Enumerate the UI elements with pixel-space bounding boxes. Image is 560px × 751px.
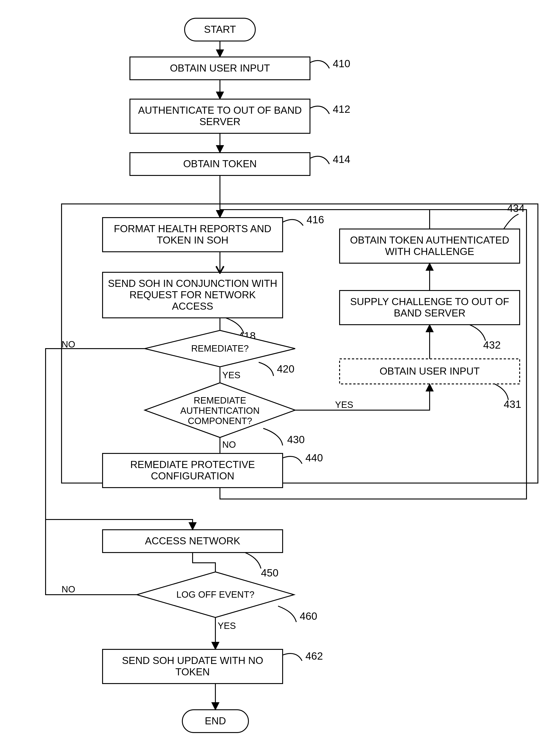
svg-text:LOG OFF EVENT?: LOG OFF EVENT?	[176, 589, 254, 600]
ref-434: 434	[507, 202, 525, 214]
no-460: NO	[62, 584, 75, 594]
ref-432: 432	[483, 339, 501, 351]
svg-text:SEND SOH UPDATE WITH NO: SEND SOH UPDATE WITH NO	[122, 655, 263, 666]
ref-431: 431	[504, 398, 521, 410]
svg-text:CONFIGURATION: CONFIGURATION	[151, 470, 234, 482]
svg-text:ACCESS NETWORK: ACCESS NETWORK	[145, 535, 240, 546]
svg-text:BAND SERVER: BAND SERVER	[394, 307, 466, 319]
svg-text:REMEDIATE?: REMEDIATE?	[191, 343, 249, 353]
svg-text:TOKEN: TOKEN	[176, 666, 210, 677]
ref-430: 430	[287, 433, 305, 445]
svg-text:ACCESS: ACCESS	[172, 301, 213, 312]
svg-text:COMPONENT?: COMPONENT?	[188, 416, 252, 426]
box-send-soh-update-no-token: SEND SOH UPDATE WITH NO TOKEN	[103, 649, 283, 684]
box-remediate-protective: REMEDIATE PROTECTIVE CONFIGURATION	[103, 453, 283, 488]
ref-420: 420	[277, 363, 295, 375]
yes-460: YES	[218, 621, 236, 631]
svg-text:REMEDIATE PROTECTIVE: REMEDIATE PROTECTIVE	[131, 459, 255, 470]
box-obtain-token-auth-challenge: OBTAIN TOKEN AUTHENTICATED WITH CHALLENG…	[340, 229, 520, 263]
ref-450: 450	[261, 567, 279, 579]
terminal-end: END	[182, 710, 248, 733]
yes-420: YES	[222, 370, 240, 380]
svg-text:OBTAIN TOKEN: OBTAIN TOKEN	[183, 158, 257, 169]
no-430: NO	[222, 440, 236, 450]
decision-log-off: LOG OFF EVENT?	[137, 572, 294, 617]
svg-text:OBTAIN USER INPUT: OBTAIN USER INPUT	[379, 365, 480, 377]
flow-450-460	[193, 552, 215, 572]
terminal-start-label: START	[204, 24, 236, 35]
ref-460: 460	[300, 610, 317, 622]
box-supply-challenge: SUPPLY CHALLENGE TO OUT OF BAND SERVER	[340, 290, 520, 325]
svg-text:OBTAIN USER INPUT: OBTAIN USER INPUT	[170, 62, 270, 74]
yes-430: YES	[335, 400, 353, 410]
box-format-health-reports: FORMAT HEALTH REPORTS AND TOKEN IN SOH	[103, 218, 283, 252]
flow-420no-450	[45, 349, 193, 530]
ref-414: 414	[333, 153, 350, 165]
svg-text:AUTHENTICATION: AUTHENTICATION	[180, 406, 260, 415]
svg-text:REQUEST FOR NETWORK: REQUEST FOR NETWORK	[129, 289, 256, 300]
svg-text:WITH CHALLENGE: WITH CHALLENGE	[385, 246, 474, 257]
terminal-start: START	[185, 18, 255, 41]
ref-440: 440	[305, 452, 323, 464]
svg-text:SUPPLY CHALLENGE TO OUT OF: SUPPLY CHALLENGE TO OUT OF	[350, 296, 509, 307]
box-obtain-token: OBTAIN TOKEN	[130, 153, 310, 176]
svg-text:SERVER: SERVER	[199, 116, 240, 127]
box-send-soh-request: SEND SOH IN CONJUNCTION WITH REQUEST FOR…	[103, 272, 283, 318]
box-obtain-user-input-431: OBTAIN USER INPUT	[340, 359, 520, 384]
svg-text:OBTAIN TOKEN AUTHENTICATED: OBTAIN TOKEN AUTHENTICATED	[350, 235, 509, 246]
svg-text:AUTHENTICATE TO OUT OF BAND: AUTHENTICATE TO OUT OF BAND	[138, 105, 302, 116]
ref-410: 410	[333, 58, 350, 69]
no-420: NO	[62, 339, 75, 349]
box-access-network: ACCESS NETWORK	[103, 530, 283, 552]
box-authenticate-oob-server: AUTHENTICATE TO OUT OF BAND SERVER	[130, 99, 310, 133]
ref-416: 416	[306, 214, 324, 226]
ref-462: 462	[305, 650, 323, 662]
ref-412: 412	[333, 103, 350, 115]
decision-remediate-auth: REMEDIATE AUTHENTICATION COMPONENT?	[145, 383, 295, 438]
decision-remediate: REMEDIATE?	[145, 330, 295, 367]
box-obtain-user-input: OBTAIN USER INPUT	[130, 57, 310, 80]
terminal-end-label: END	[205, 715, 226, 726]
flow-430yes-431	[295, 384, 429, 410]
svg-text:FORMAT HEALTH REPORTS AND: FORMAT HEALTH REPORTS AND	[114, 223, 271, 234]
svg-text:SEND SOH IN CONJUNCTION WITH: SEND SOH IN CONJUNCTION WITH	[108, 278, 277, 289]
svg-text:TOKEN IN SOH: TOKEN IN SOH	[157, 235, 228, 246]
svg-text:REMEDIATE: REMEDIATE	[194, 395, 246, 405]
